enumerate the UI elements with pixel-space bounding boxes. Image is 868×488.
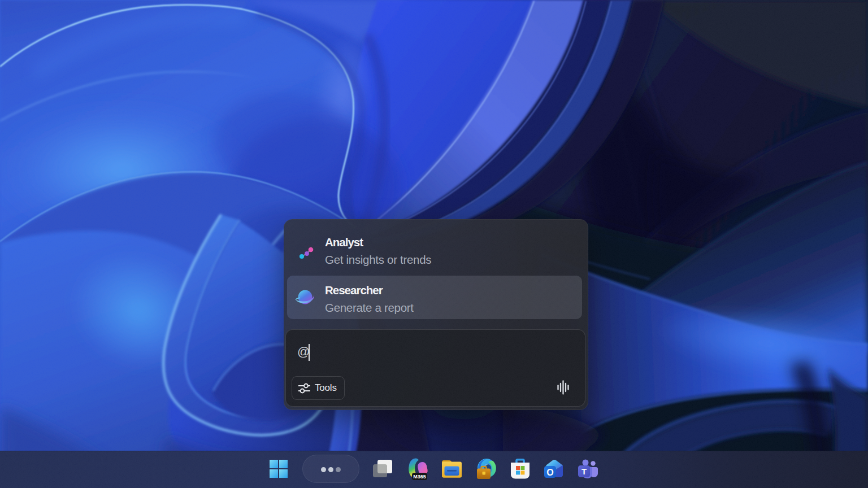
svg-text:O: O <box>546 468 553 477</box>
svg-text:M365: M365 <box>413 474 426 480</box>
svg-text:T: T <box>581 467 587 476</box>
